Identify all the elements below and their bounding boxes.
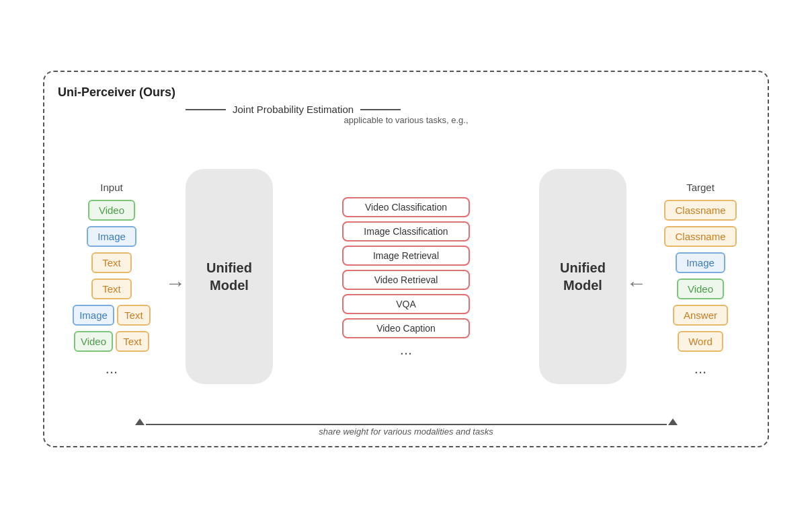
input-video: Video xyxy=(88,200,135,221)
target-dots: ... xyxy=(694,360,706,377)
target-classname2-chip: Classname xyxy=(664,226,736,247)
arrow-from-model2: ← xyxy=(626,272,647,295)
jpe-top-bar: Joint Probability Estimation applicable … xyxy=(58,104,754,125)
output-arrow-area: ← xyxy=(626,169,647,384)
center-tasks: Video Classification Image Classificatio… xyxy=(273,194,539,359)
input-image-text: Image Text xyxy=(73,305,151,326)
share-weight-label: share weight for various modalities and … xyxy=(319,427,493,437)
input-text3-chip: Text xyxy=(117,305,151,326)
input-text1: Text xyxy=(91,252,132,273)
input-image-chip: Image xyxy=(87,226,136,247)
jpe-subtitle: applicable to various tasks, e.g., xyxy=(344,115,469,125)
target-classname1: Classname xyxy=(664,200,736,221)
task-video-classification: Video Classification xyxy=(342,197,470,217)
unified-model-right: UnifiedModel xyxy=(539,169,626,384)
target-column: Target Classname Classname Image Video A… xyxy=(647,175,754,377)
input-video-chip: Video xyxy=(88,200,135,221)
input-label: Input xyxy=(100,182,122,193)
input-text2: Text xyxy=(91,279,132,299)
task-list: Video Classification Image Classificatio… xyxy=(342,197,470,338)
arrow-to-model1: → xyxy=(165,272,186,295)
input-video-text: Video Text xyxy=(74,331,149,352)
input-image-chip2: Image xyxy=(73,305,114,326)
task-video-caption: Video Caption xyxy=(342,318,470,338)
jpe-title: Joint Probability Estimation xyxy=(226,104,360,115)
task-image-classification: Image Classification xyxy=(342,221,470,242)
target-video-chip: Video xyxy=(677,279,724,299)
input-image: Image xyxy=(87,226,136,247)
target-classname1-chip: Classname xyxy=(664,200,736,221)
task-video-retrieval: Video Retrieval xyxy=(342,270,470,290)
target-answer-chip: Answer xyxy=(673,305,728,326)
input-text2-chip: Text xyxy=(91,279,132,299)
bottom-section: share weight for various modalities and … xyxy=(44,418,768,437)
target-answer: Answer xyxy=(673,305,728,326)
unified-model-right-label: UnifiedModel xyxy=(560,259,606,294)
input-column: Input Video Image Text Text Image Text xyxy=(58,175,165,377)
task-dots: ... xyxy=(400,341,412,359)
input-text1-chip: Text xyxy=(91,252,132,273)
target-label: Target xyxy=(686,182,715,193)
input-video-chip2: Video xyxy=(74,331,113,352)
diagram-container: Uni-Perceiver (Ours) Joint Probability E… xyxy=(43,71,769,447)
unified-model-left-label: UnifiedModel xyxy=(206,259,252,294)
unified-model-left: UnifiedModel xyxy=(186,169,273,384)
target-word-chip: Word xyxy=(678,331,723,352)
input-text4-chip: Text xyxy=(116,331,149,352)
target-classname2: Classname xyxy=(664,226,736,247)
target-word: Word xyxy=(678,331,723,352)
task-vqa: VQA xyxy=(342,294,470,314)
diagram-row: Input Video Image Text Text Image Text xyxy=(58,126,754,433)
task-image-retrieval: Image Retrieval xyxy=(342,246,470,266)
target-image: Image xyxy=(676,252,725,273)
title: Uni-Perceiver (Ours) xyxy=(58,85,754,100)
target-video: Video xyxy=(677,279,724,299)
target-image-chip: Image xyxy=(676,252,725,273)
input-arrow-area: → xyxy=(165,169,186,384)
input-dots: ... xyxy=(106,360,118,377)
